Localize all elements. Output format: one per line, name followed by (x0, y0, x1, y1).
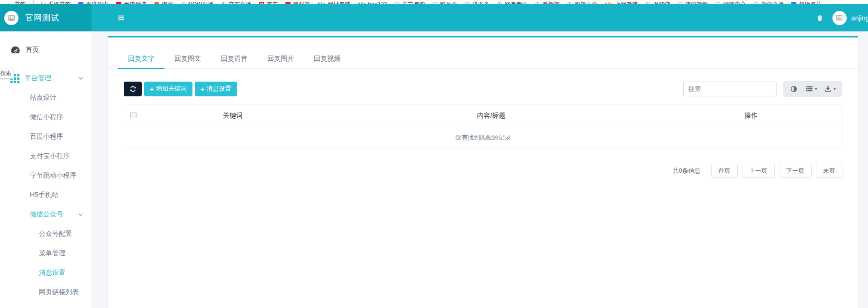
plus-icon: + (150, 85, 154, 93)
image-icon (836, 14, 843, 21)
sidebar-item-label: 菜单管理 (39, 249, 65, 258)
bookmark-item[interactable]: hao123 (358, 0, 387, 4)
column-header-content-title: 内容/标题 (322, 104, 660, 127)
sidebar-item-alipay-miniprogram[interactable]: 支付宝小程序 (0, 146, 91, 166)
sidebar-item-label: 百度小程序 (30, 132, 63, 141)
hamburger-icon (117, 14, 125, 22)
tab-reply-text[interactable]: 回复文字 (118, 49, 164, 69)
empty-state-text: 没有找到匹配的记录 (124, 127, 842, 148)
columns-dropdown-button[interactable]: ▾ (805, 85, 817, 93)
table-view-controls: ▾ ▾ (783, 81, 842, 97)
bookmark-label: 超级名片 (799, 0, 822, 5)
trash-button[interactable] (816, 14, 823, 22)
bookmark-item[interactable]: 腾讯视频 (677, 0, 708, 4)
add-keyword-button[interactable]: + 增加关键词 (144, 82, 192, 96)
message-settings-button[interactable]: + 消息设置 (195, 82, 237, 96)
tab-reply-image[interactable]: 回复图片 (257, 49, 304, 69)
toggle-view-button[interactable] (790, 85, 798, 93)
sidebar-toggle-button[interactable] (117, 14, 125, 22)
sidebar-item-label: 平台管理 (25, 74, 51, 83)
caret-down-icon: ▾ (815, 87, 817, 91)
sidebar-item-site-design[interactable]: 站点设计 (0, 88, 91, 107)
refresh-icon (129, 85, 137, 93)
bookmark-item[interactable]: 交友直播 (221, 0, 251, 4)
message-settings-label: 消息设置 (207, 84, 231, 93)
bookmark-item[interactable]: 百度搜索 (78, 0, 109, 4)
sidebar-item-label: H5手机站 (30, 191, 58, 199)
sidebar-item-wechat-official-account[interactable]: 微信公众号 (0, 205, 91, 224)
pagination-first-button[interactable]: 首页 (711, 164, 738, 177)
bookmark-label: 影视大全 (575, 0, 597, 5)
search-tooltip: 搜索 (0, 68, 13, 79)
sidebar-item-official-account-config[interactable]: 公众号配置 (0, 224, 91, 243)
bookmark-item[interactable]: 拼多多 (465, 0, 489, 4)
pagination-next-button[interactable]: 下一页 (779, 164, 812, 177)
bookmark-label: 网易考拉 (504, 0, 527, 5)
user-avatar[interactable] (832, 11, 847, 25)
dashboard-icon (10, 46, 20, 54)
pagination-total-label: 共0条信息 (673, 167, 701, 175)
pagination-prev-button[interactable]: 上一页 (742, 164, 775, 177)
username-label[interactable]: anjingh (851, 14, 868, 22)
table-header-row: 关键词 内容/标题 操作 (124, 104, 842, 127)
tab-reply-audio[interactable]: 回复语音 (211, 49, 257, 69)
sidebar-item-wechat-miniprogram[interactable]: 微信小程序 (0, 107, 91, 127)
refresh-button[interactable] (124, 82, 142, 96)
pagination-last-button[interactable]: 末页 (816, 164, 842, 177)
table-toolbar: + 增加关键词 + 消息设置 (124, 81, 842, 97)
select-all-checkbox[interactable] (130, 112, 137, 118)
sidebar-item-message-settings[interactable]: 消息设置 (0, 263, 91, 282)
sidebar-item-label: 微信公众号 (30, 210, 63, 219)
tab-reply-richtext[interactable]: 回复图文 (164, 49, 211, 69)
bookmark-item[interactable]: 京东 (259, 0, 278, 4)
bookmark-item[interactable]: 手机书签 (41, 0, 71, 4)
bookmark-item[interactable]: NOW直播 (181, 0, 213, 4)
bookmark-item[interactable]: 颜值直播 (753, 0, 784, 4)
sidebar-item-home[interactable]: 首页 (0, 40, 91, 59)
sidebar-item-bytedance-miniprogram[interactable]: 字节跳动小程序 (0, 166, 91, 185)
sidebar-item-platform-management[interactable]: 平台管理 (0, 69, 91, 88)
card-body: + 增加关键词 + 消息设置 (108, 69, 858, 308)
export-dropdown-button[interactable]: ▾ (824, 85, 836, 93)
brand-logo-area[interactable]: 官网测试 (0, 4, 91, 31)
bookmark-label: 苏宁易购 (402, 0, 425, 5)
bookmark-item[interactable]: 唯品会 (432, 0, 457, 4)
bookmark-item[interactable]: 看新闻 (535, 0, 559, 4)
pagination: 共0条信息 首页 上一页 下一页 末页 (124, 164, 842, 177)
bookmark-item[interactable]: 书签 (6, 0, 26, 4)
browser-bookmarks-bar: 书签 手机书签 百度搜索 天猫精选 淘宝 NOW直播 交友直播 京东 聚划算 网… (0, 0, 868, 4)
sidebar-item-label: 微信小程序 (30, 113, 63, 121)
bookmark-label: 京东 (266, 0, 278, 5)
bookmark-item[interactable]: 上网导航 (605, 0, 638, 4)
bookmark-label: 游戏中心 (723, 0, 746, 5)
sidebar-item-label: 消息设置 (39, 269, 65, 277)
table-search-input[interactable] (683, 82, 777, 96)
bookmark-item[interactable]: 影视大全 (567, 0, 597, 4)
bookmark-label: 百度搜索 (86, 0, 109, 5)
bookmark-item[interactable]: 天猫精选 (116, 0, 146, 4)
bookmark-item[interactable]: 游戏中心 (715, 0, 746, 4)
bookmark-item[interactable]: 聚划算 (285, 0, 310, 4)
bookmark-item[interactable]: 淘宝 (154, 0, 173, 4)
select-all-cell (124, 104, 143, 127)
sidebar-item-web-link-list[interactable]: 网页链接列表 (0, 282, 91, 302)
plus-icon: + (201, 85, 205, 93)
sidebar: 搜索 首页 平台管理 站点设计 微信小程序 百度小程序 支付宝小程序 字节跳动小… (0, 31, 91, 308)
sidebar-item-menu-management[interactable]: 菜单管理 (0, 243, 91, 263)
brand-logo (4, 11, 18, 25)
sidebar-item-h5-mobile-site[interactable]: H5手机站 (0, 185, 91, 205)
bookmark-item[interactable]: 网易考拉 (497, 0, 527, 4)
top-navbar: anjingh (91, 4, 868, 31)
app-header: 官网测试 anjingh (0, 4, 868, 31)
add-keyword-label: 增加关键词 (156, 84, 187, 93)
sidebar-item-baidu-miniprogram[interactable]: 百度小程序 (0, 127, 91, 146)
navbar-right-controls: anjingh (816, 11, 868, 25)
bookmark-item[interactable]: 网址导航 (318, 0, 350, 4)
tab-reply-video[interactable]: 回复视频 (304, 49, 350, 69)
bookmark-label: 唯品会 (440, 0, 457, 5)
bookmark-item[interactable]: 超级名片 (791, 0, 822, 4)
bookmark-label: 拼多多 (472, 0, 489, 5)
bookmark-item[interactable]: 苏宁易购 (394, 0, 425, 4)
bookmark-label: 书签 (14, 0, 26, 5)
bookmark-item[interactable]: 万能贷 (645, 0, 670, 4)
